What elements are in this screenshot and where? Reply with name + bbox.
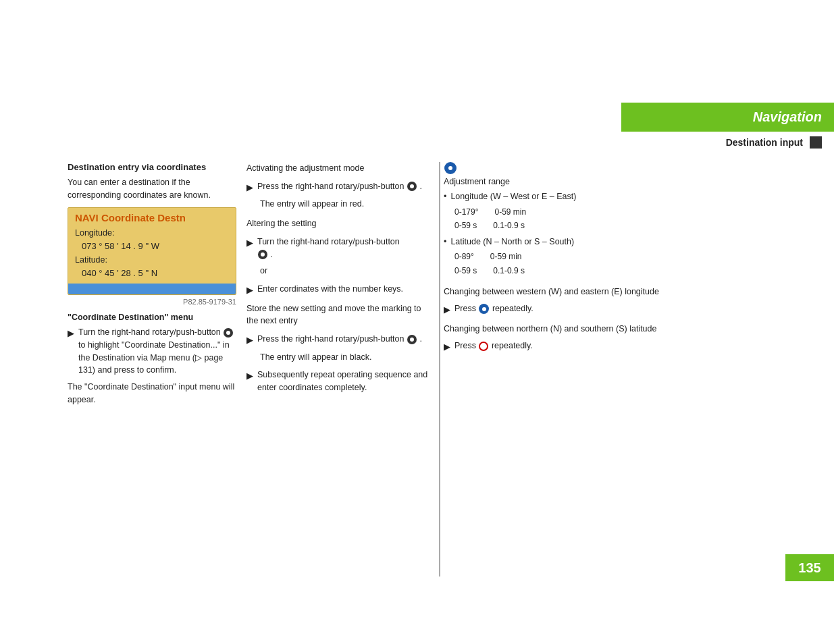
bullet-1: •: [444, 190, 446, 203]
section-heading: Destination entry via coordinates: [68, 162, 236, 172]
step-turn: ▶ Turn the right-hand rotary/push-button…: [246, 236, 429, 261]
col-left: Destination entry via coordinates You ca…: [68, 162, 246, 576]
change-west-east-heading: Changing between western (W) and eastern…: [444, 286, 820, 298]
step-store: ▶ Press the right-hand rotary/push-butto…: [246, 333, 429, 347]
longitude-value: 073 ° 58 ' 14 . 9 " W: [82, 240, 229, 254]
rotary-icon-3: [258, 250, 267, 259]
arrow-icon-2: ▶: [246, 181, 253, 194]
step-1-text: Turn the right-hand rotary/push-button t…: [78, 326, 236, 377]
col-mid: Activating the adjustment mode ▶ Press t…: [246, 162, 439, 576]
arrow-icon-6: ▶: [246, 369, 253, 383]
step-west-east-text: Press repeatedly.: [454, 302, 820, 315]
lat-row2-b: 0.1-0.9 s: [493, 264, 525, 277]
step-repeat-text: Subsequently repeat operating sequence a…: [257, 369, 429, 394]
dest-input-square-icon: [810, 136, 822, 149]
latitude-bullet-item: • Latitude (N – North or S – South): [444, 236, 820, 248]
image-ref: P82.85-9179-31: [68, 298, 236, 306]
latitude-sub-table: 0-89° 0-59 min 0-59 s 0.1-0.9 s: [454, 250, 820, 277]
step-1c-text: The "Coordinate Destination" input menu …: [68, 381, 236, 406]
entry-black-text: The entry will appear in black.: [260, 351, 429, 364]
latitude-bullet-text: Latitude (N – North or S – South): [450, 236, 574, 248]
store-heading: Store the new setting and move the marki…: [246, 302, 429, 328]
info-section: Adjustment range • Longitude (W – West o…: [444, 162, 820, 277]
lat-row1-a: 0-89°: [454, 250, 474, 263]
arrow-icon-3: ▶: [246, 236, 253, 250]
dest-input-label: Destination input: [726, 137, 803, 148]
lon-row1-a: 0-179°: [454, 205, 479, 219]
or-text: or: [260, 265, 429, 277]
longitude-sub-table: 0-179° 0-59 min 0-59 s 0.1-0.9 s: [454, 205, 820, 233]
nav-title: Navigation: [753, 109, 822, 125]
step-1: ▶ Turn the right-hand rotary/push-button…: [68, 326, 236, 377]
step-enter-text: Enter cordinates with the number keys.: [257, 283, 429, 296]
navi-display-box: NAVI Coordinate Destn Longitude: 073 ° 5…: [68, 207, 236, 296]
latitude-label: Latitude:: [75, 253, 229, 267]
rotary-icon-nav-1: [479, 304, 489, 314]
step-store-text: Press the right-hand rotary/push-button …: [257, 333, 429, 346]
arrow-icon-1: ▶: [68, 327, 74, 340]
rotary-icon-4: [407, 335, 417, 344]
alter-heading: Altering the setting: [246, 217, 429, 230]
bullet-2: •: [444, 236, 446, 248]
arrow-icon-5: ▶: [246, 333, 253, 347]
lon-row-2: 0-59 s 0.1-0.9 s: [454, 219, 820, 232]
step-west-east: ▶ Press repeatedly.: [444, 302, 820, 317]
longitude-bullet-item: • Longitude (W – West or E – East): [444, 190, 820, 203]
step-enter: ▶ Enter cordinates with the number keys.: [246, 283, 429, 297]
col-right: Adjustment range • Longitude (W – West o…: [439, 162, 820, 576]
step-press-text: Press the right-hand rotary/push-button …: [257, 180, 429, 193]
intro-text: You can enter a destination if the corre…: [68, 176, 236, 202]
step-north-south-text: Press repeatedly.: [454, 340, 820, 352]
step-turn-text: Turn the right-hand rotary/push-button .: [257, 236, 429, 261]
lat-row2-a: 0-59 s: [454, 264, 477, 277]
arrow-icon-7: ▶: [444, 303, 450, 317]
arrow-icon-8: ▶: [444, 340, 450, 354]
rotary-icon-1: [224, 328, 233, 338]
lat-row1-b: 0-59 min: [490, 250, 522, 263]
entry-red-text: The entry will appear in red.: [260, 198, 429, 211]
lat-row-1: 0-89° 0-59 min: [454, 250, 820, 263]
longitude-bullet-text: Longitude (W – West or E – East): [450, 190, 576, 203]
info-icon: [444, 162, 457, 174]
lat-row-2: 0-59 s 0.1-0.9 s: [454, 264, 820, 277]
rotary-icon-red-1: [479, 342, 488, 351]
navi-title: NAVI Coordinate Destn: [75, 212, 229, 223]
adjustment-range-title: Adjustment range: [444, 177, 820, 186]
lon-row2-a: 0-59 s: [454, 219, 477, 232]
dest-input-bar: Destination input: [621, 132, 834, 153]
nav-bar: Navigation: [621, 103, 834, 132]
lon-row2-b: 0.1-0.9 s: [493, 219, 525, 232]
main-content: Destination entry via coordinates You ca…: [68, 162, 820, 576]
activation-heading: Activating the adjustment mode: [246, 162, 429, 175]
arrow-icon-4: ▶: [246, 284, 253, 297]
step-repeat: ▶ Subsequently repeat operating sequence…: [246, 369, 429, 394]
navi-blue-bar: [68, 284, 236, 294]
lon-row1-b: 0-59 min: [495, 205, 527, 219]
step-north-south: ▶ Press repeatedly.: [444, 340, 820, 354]
step-press: ▶ Press the right-hand rotary/push-butto…: [246, 180, 429, 194]
lon-row-1: 0-179° 0-59 min: [454, 205, 820, 219]
submenu-label: "Coordinate Destination" menu: [68, 313, 236, 322]
rotary-icon-2: [407, 182, 417, 191]
latitude-value: 040 ° 45 ' 28 . 5 " N: [82, 267, 229, 281]
change-north-south-heading: Changing between northern (N) and southe…: [444, 323, 820, 336]
longitude-label: Longitude:: [75, 226, 229, 240]
